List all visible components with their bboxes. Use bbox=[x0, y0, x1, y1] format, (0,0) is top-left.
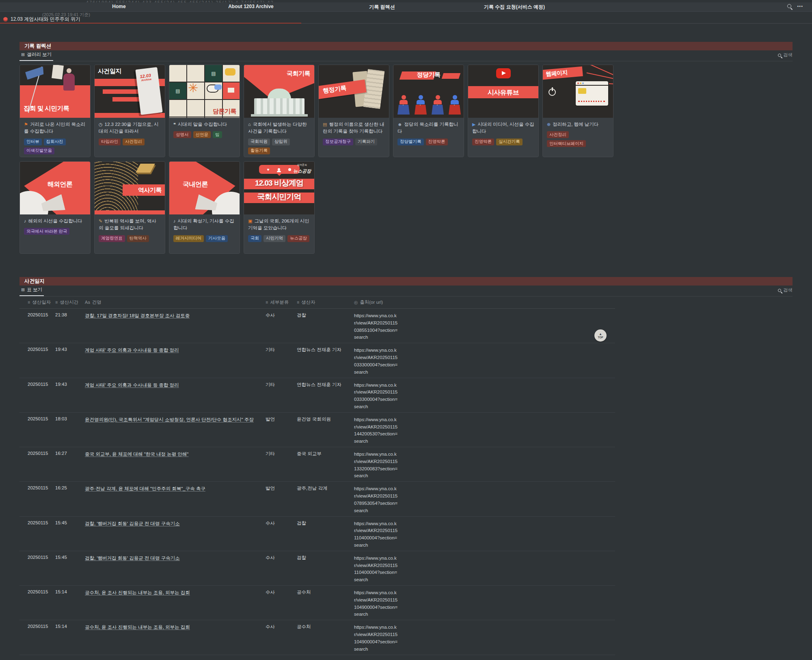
play-icon: ▶ bbox=[472, 122, 475, 127]
cell-time: 16:27 bbox=[55, 451, 85, 456]
cell-time: 15:45 bbox=[55, 520, 85, 525]
card-cover-title: 국회기록 bbox=[287, 70, 310, 78]
tag: 사건정리 bbox=[547, 131, 569, 138]
gallery-card-citizen-memory[interactable]: ♥ 김어준의 뉴스공장 12.03 비상계엄 국회시민기억 ▣그날의 국회, 2… bbox=[244, 161, 315, 254]
card-cover-title: 담론기록 bbox=[213, 108, 236, 115]
nav-item-home[interactable]: Home bbox=[112, 4, 125, 9]
tag: 상임위 bbox=[272, 138, 290, 145]
load-more-button[interactable]: ↓ Load more bbox=[19, 655, 793, 660]
card-description: ▤행정의 이름으로 생산한 내란의 기록을 찾아 기록합니다 bbox=[323, 121, 385, 135]
source-url-link[interactable]: https://www.yna.co.kr/view/AKR2025011510… bbox=[354, 589, 402, 618]
tag: 성명서 bbox=[173, 131, 191, 138]
cell-time: 15:14 bbox=[55, 589, 85, 594]
column-header-date[interactable]: ≡생산일자 bbox=[19, 299, 55, 305]
card-description: ◷12.3 22:30을 기점으로, 시대의 시간을 따라서 bbox=[99, 121, 161, 135]
cell-producer: 중국 외교부 bbox=[297, 451, 354, 457]
nav-item-collections[interactable]: 기록 컬렉션 bbox=[369, 4, 395, 11]
source-url-link[interactable]: https://www.yna.co.kr/view/AKR2025011511… bbox=[354, 520, 402, 549]
events-table: ≡생산일자 ≡생산시간 Aa건명 ≡세부분류 ≡생산자 ◎출처(or url) … bbox=[19, 296, 615, 655]
tab-gallery-view[interactable]: ⊞ 갤러리 보기 bbox=[19, 52, 53, 61]
gallery-card-protest[interactable]: 집회 및 시민기록 ⚑거리로 나온 시민의 목소리를 수집합니다 인터뷰 집회사… bbox=[19, 65, 91, 157]
nav-item-request[interactable]: 기록 수집 요청(서비스 예정) bbox=[484, 4, 545, 11]
source-url-link[interactable]: https://www.yna.co.kr/view/AKR2025011511… bbox=[354, 555, 402, 584]
column-header-source[interactable]: ◎출처(or url) bbox=[354, 299, 402, 305]
tag: 활동기록 bbox=[248, 147, 270, 154]
browser-window-icon bbox=[575, 80, 609, 106]
cell-date: 20250115 bbox=[19, 451, 55, 456]
column-header-time[interactable]: ≡생산시간 bbox=[55, 299, 85, 305]
gallery-card-webpage[interactable]: 웹페이지 ⊕정리하고, 웹에 남기다 사건정리 인터랙티브페이지 bbox=[542, 65, 613, 157]
event-title-link[interactable]: 계엄 사태' 주요 의혹과 수사내용 등 종합 정리 bbox=[85, 383, 179, 387]
text-icon: Aa bbox=[85, 300, 90, 305]
source-url-link[interactable]: https://www.yna.co.kr/view/AKR2025011503… bbox=[354, 347, 402, 376]
column-header-category[interactable]: ≡세부분류 bbox=[266, 299, 297, 305]
source-url-link[interactable]: https://www.yna.co.kr/view/AKR2025011510… bbox=[354, 624, 402, 653]
tag: 타임라인 bbox=[99, 138, 121, 145]
gallery-card-discourse[interactable]: 담론기록 ❝시대의 말을 수집합니다 성명서 선언문 밈 bbox=[169, 65, 240, 157]
card-tags: 정보공개청구 기록파기 bbox=[323, 138, 385, 145]
tag: 계엄령연표 bbox=[99, 235, 125, 242]
card-description: ☻정당의 목소리를 기록합니다 bbox=[397, 121, 460, 135]
nav-item-about[interactable]: About 1203 Archive bbox=[228, 4, 274, 9]
cell-category: 기타 bbox=[266, 451, 297, 457]
card-tags: 국회의원 상임위 활동기록 bbox=[248, 138, 310, 154]
card-cover-title: 국내언론 bbox=[183, 180, 208, 188]
table-row: 20250115 21:38 경찰, 17일 경호차장/ 18일 경호본부장 조… bbox=[19, 309, 615, 343]
gallery-card-foreign-press[interactable]: 해외언론 ♪해외의 시선을 수집합니다 외국에서 바라본 한국 bbox=[19, 161, 91, 254]
source-url-link[interactable]: https://www.yna.co.kr/view/AKR2025011503… bbox=[354, 382, 402, 411]
starburst-icon bbox=[188, 82, 198, 94]
event-title-link[interactable]: 공수처, 윤 조사 진행되는 내부는 조용, 외부는 집회 bbox=[85, 590, 190, 595]
event-title-link[interactable]: 경찰, 17일 경호차장/ 18일 경호본부장 조사 검토중 bbox=[85, 313, 190, 318]
card-tags: 타임라인 사건정리 bbox=[99, 138, 161, 145]
flag-icon bbox=[25, 66, 45, 80]
card-cover: 담론기록 bbox=[169, 65, 240, 118]
chat-bubble-icon bbox=[214, 84, 222, 90]
gallery-card-domestic-press[interactable]: 국내언론 ♪시대의 확성기, 기사를 수집합니다 레거시미디어 기사모음 bbox=[169, 161, 240, 254]
cell-producer: 경찰 bbox=[297, 312, 354, 318]
gallery-card-history[interactable]: 역사기록 ✎반복된 역사를 보며, 역사의 쓸모를 되새깁니다 계엄령연표 탄핵… bbox=[94, 161, 165, 254]
gallery-card-administration[interactable]: 행정기록 ▤행정의 이름으로 생산한 내란의 기록을 찾아 기록합니다 정보공개… bbox=[318, 65, 389, 157]
event-title-link[interactable]: 검찰, '햄버거집 회동' 김용군 전 대령 구속기소 bbox=[85, 521, 180, 526]
card-tags: 레거시미디어 기사모음 bbox=[173, 235, 235, 242]
cell-time: 15:45 bbox=[55, 555, 85, 560]
column-header-title[interactable]: Aa건명 bbox=[85, 299, 266, 305]
cell-producer: 검찰 bbox=[297, 555, 354, 561]
table-row: 20250115 15:45 검찰, '햄버거집 회동' 김용군 전 대령 구속… bbox=[19, 517, 615, 551]
tag: 인터랙티브페이지 bbox=[547, 140, 586, 147]
events-view-row: ⊞ 표 보기 검색 bbox=[19, 286, 793, 296]
records-icon: ▤ bbox=[323, 122, 327, 127]
column-header-producer[interactable]: ≡생산자 bbox=[297, 299, 354, 305]
tag: 탄핵역사 bbox=[127, 235, 149, 242]
source-url-link[interactable]: https://www.yna.co.kr/view/AKR2025011514… bbox=[354, 416, 402, 445]
list-icon: ≡ bbox=[266, 300, 268, 305]
scroll-icon: ✎ bbox=[99, 219, 102, 223]
more-icon[interactable]: ••• bbox=[797, 4, 803, 8]
search-icon[interactable] bbox=[787, 4, 791, 8]
cell-category: 기타 bbox=[266, 382, 297, 388]
gallery-card-timeline[interactable]: 사건일지 12.03 Archive ◷12.3 22:30을 기점으로, 시대… bbox=[94, 65, 165, 157]
event-title-link[interactable]: 윤건영의원(민), 국조특위서 "계엄당시 소방청장, 언론사 단전/단수 협조… bbox=[85, 417, 254, 422]
podium-figure-icon bbox=[448, 95, 462, 115]
cell-time: 21:38 bbox=[55, 312, 85, 317]
gallery-card-youtube[interactable]: 시사유튜브 ▶시대의 미디어, 시선을 수집합니다 진영막론 실시간기록 bbox=[468, 65, 539, 157]
document-tab[interactable]: 12.03 계엄사태와 민주주의 위기 bbox=[3, 16, 80, 23]
tag: 정보공개청구 bbox=[323, 138, 353, 145]
event-title-link[interactable]: 공수처, 윤 조사 진행되는 내부는 조용, 외부는 집회 bbox=[85, 625, 190, 630]
photo-icon: ▣ bbox=[248, 219, 252, 223]
scroll-to-top-button[interactable]: ▲ TOP bbox=[594, 329, 607, 342]
source-url-link[interactable]: https://www.yna.co.kr/view/AKR2025011503… bbox=[354, 312, 402, 341]
event-title-link[interactable]: 광주·전남 각계, 윤 체포에 대해 "민주주의 회복"_구속 촉구 bbox=[85, 486, 205, 491]
gallery-card-party[interactable]: 정당기록 ☻정당의 목소리를 기록합니다 정당별기록 진영막론 bbox=[393, 65, 464, 157]
gallery-card-assembly[interactable]: 국회기록 ⌂국회에서 발생하는 다양한 사건을 기록합니다 국회의원 상임위 활… bbox=[244, 65, 315, 157]
tag: 집회사진 bbox=[44, 138, 66, 145]
collections-search-button[interactable]: 검색 bbox=[778, 52, 793, 61]
tag: 국회 bbox=[248, 235, 261, 242]
source-url-link[interactable]: https://www.yna.co.kr/view/AKR2025011513… bbox=[354, 451, 402, 480]
event-title-link[interactable]: 계엄 사태' 주요 의혹과 수사내용 등 종합 정리 bbox=[85, 348, 179, 353]
events-search-button[interactable]: 검색 bbox=[778, 287, 793, 296]
tag: 정당별기록 bbox=[397, 138, 424, 145]
event-title-link[interactable]: 중국 외교부, 윤 체포에 대해 "한국 내정 논평 안해" bbox=[85, 452, 188, 457]
event-title-link[interactable]: 검찰, '햄버거집 회동' 김용군 전 대령 구속기소 bbox=[85, 556, 180, 560]
source-url-link[interactable]: https://www.yna.co.kr/view/AKR2025011507… bbox=[354, 485, 402, 514]
tab-table-view[interactable]: ⊞ 표 보기 bbox=[19, 287, 44, 296]
